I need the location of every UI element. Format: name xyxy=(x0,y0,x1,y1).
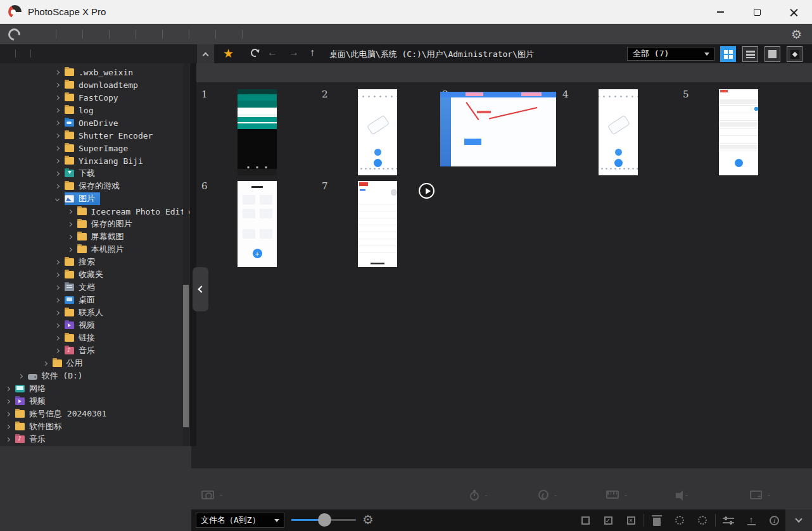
up-arrow-icon[interactable]: ↑ xyxy=(310,47,315,58)
expander-icon[interactable] xyxy=(55,297,60,302)
expander-icon[interactable] xyxy=(55,70,60,74)
minimize-button[interactable] xyxy=(702,0,739,24)
view-settings-gear-icon[interactable]: ⚙ xyxy=(362,513,374,526)
expander-icon[interactable] xyxy=(67,234,72,239)
expander-icon[interactable] xyxy=(55,184,60,188)
upload-button[interactable]: ↑ xyxy=(740,509,763,531)
sidebar-tab[interactable] xyxy=(30,44,46,63)
expander-icon[interactable] xyxy=(55,158,60,163)
sidebar-tree-item[interactable]: 保存的图片 xyxy=(0,218,190,230)
sidebar-tree-item[interactable]: 网络 xyxy=(0,382,190,395)
expander-icon[interactable] xyxy=(55,171,60,175)
sort-dropdown[interactable]: 文件名（A到Z） xyxy=(196,513,284,528)
sidebar-tree-item[interactable]: FastCopy xyxy=(0,91,190,104)
expander-icon[interactable] xyxy=(6,386,10,390)
sidebar-tab[interactable] xyxy=(15,44,30,63)
expander-icon[interactable] xyxy=(6,399,10,403)
select-none-button[interactable] xyxy=(574,509,597,531)
sidebar-tree-item[interactable]: .wxb_weixin xyxy=(0,66,190,78)
sidebar-tree-item[interactable]: 视频 xyxy=(0,395,190,408)
scrollbar-thumb[interactable] xyxy=(183,285,189,427)
sidebar-tree-item[interactable]: 链接 xyxy=(0,332,190,344)
expander-icon[interactable] xyxy=(55,335,60,340)
sidebar-tree-item[interactable]: downloadtemp xyxy=(0,78,190,91)
sidebar-tree-item[interactable]: 文档 xyxy=(0,281,190,294)
sidebar-tree-item[interactable]: 视频 xyxy=(0,319,190,332)
expander-icon[interactable] xyxy=(6,437,10,441)
sidebar-tree-item[interactable]: 屏幕截图 xyxy=(0,230,190,243)
menu-item[interactable] xyxy=(56,24,82,44)
sidebar-tree-item[interactable]: SuperImage xyxy=(0,142,190,154)
sidebar-tree-item[interactable]: log xyxy=(0,104,190,116)
expander-icon[interactable] xyxy=(6,411,10,416)
sidebar-tree-item[interactable]: 本机照片 xyxy=(0,243,190,256)
sidebar-tree-item[interactable]: 账号信息 20240301 xyxy=(0,408,190,420)
select-invert-button[interactable]: × xyxy=(619,509,642,531)
expander-icon[interactable] xyxy=(55,323,60,327)
expander-icon[interactable] xyxy=(55,272,60,277)
play-button[interactable] xyxy=(419,183,435,199)
list-view-button[interactable] xyxy=(742,46,758,62)
photo-thumbnail[interactable] xyxy=(238,89,277,175)
menubar-logo-icon[interactable] xyxy=(6,26,23,43)
expander-icon[interactable] xyxy=(55,120,60,125)
sidebar-tree-item[interactable]: 保存的游戏 xyxy=(0,180,190,192)
sidebar-tree-item[interactable]: 软件 (D:) xyxy=(0,370,190,382)
expander-icon[interactable] xyxy=(55,146,60,150)
expander-icon[interactable] xyxy=(67,222,72,226)
slider-handle[interactable] xyxy=(318,513,331,527)
menu-item[interactable] xyxy=(136,24,162,44)
expander-icon[interactable] xyxy=(55,285,60,289)
refresh-icon[interactable] xyxy=(250,47,261,59)
sidebar-tree-item[interactable]: 音乐 xyxy=(0,433,190,446)
sidebar-tree-item[interactable]: 下载 xyxy=(0,167,190,180)
sidebar-tree-item[interactable]: 联系人 xyxy=(0,306,190,319)
expander-icon[interactable] xyxy=(55,348,60,353)
sidebar-tree-item[interactable]: 搜索 xyxy=(0,256,190,268)
expander-icon[interactable] xyxy=(18,373,22,378)
single-view-button[interactable] xyxy=(764,46,780,62)
sidebar-splitter[interactable] xyxy=(190,63,196,446)
fullscreen-view-button[interactable] xyxy=(787,46,802,62)
photo-thumbnail[interactable] xyxy=(358,181,397,267)
expander-icon[interactable] xyxy=(55,259,60,264)
info-button[interactable]: i xyxy=(763,509,785,531)
expander-icon[interactable] xyxy=(42,361,47,365)
sidebar-tree-item[interactable]: 图片 xyxy=(0,192,190,205)
menu-item[interactable] xyxy=(29,24,56,44)
sidebar-tab[interactable] xyxy=(0,44,15,63)
settings-gear-icon[interactable]: ⚙ xyxy=(791,28,802,41)
expander-icon[interactable] xyxy=(55,82,60,87)
expander-icon[interactable] xyxy=(67,247,72,251)
expander-icon[interactable] xyxy=(55,310,60,315)
sidebar-tree-item[interactable]: 桌面 xyxy=(0,294,190,306)
sidebar-tree-item[interactable]: 软件图标 xyxy=(0,420,190,433)
menu-item[interactable] xyxy=(242,24,269,44)
sidebar-tree-item[interactable]: Icecream Photo Editor xyxy=(0,205,190,218)
sidebar-tree-item[interactable]: Shutter Encoder xyxy=(0,129,190,142)
close-button[interactable] xyxy=(775,0,812,24)
expander-icon[interactable] xyxy=(55,133,60,137)
rotate-ccw-button[interactable] xyxy=(668,509,691,531)
star-favorite-icon[interactable]: ★ xyxy=(223,46,234,61)
menu-item[interactable] xyxy=(109,24,136,44)
photo-thumbnail[interactable] xyxy=(440,92,556,166)
adjustments-button[interactable] xyxy=(717,509,740,531)
sidebar-tree-item[interactable]: OneDrive xyxy=(0,116,190,129)
sidebar-tree-item[interactable]: Yinxiang Biji xyxy=(0,154,190,167)
menu-item[interactable] xyxy=(215,24,242,44)
grid-view-button[interactable] xyxy=(720,46,736,62)
breadcrumb-path[interactable]: 桌面\此电脑\系统 (C:)\用户\Administrator\图片 xyxy=(329,49,534,60)
collapse-toolbar-button[interactable] xyxy=(197,44,214,63)
menu-item[interactable] xyxy=(82,24,109,44)
photo-thumbnail[interactable] xyxy=(238,181,277,267)
menu-item[interactable] xyxy=(189,24,215,44)
maximize-button[interactable] xyxy=(739,0,775,24)
menu-item[interactable] xyxy=(162,24,189,44)
expander-icon[interactable] xyxy=(67,209,72,213)
sidebar-tree-item[interactable]: 公用 xyxy=(0,357,190,370)
forward-arrow-icon[interactable]: → xyxy=(289,47,299,58)
expander-icon[interactable] xyxy=(55,196,60,201)
sidebar-tree-item[interactable]: 收藏夹 xyxy=(0,268,190,281)
filter-dropdown[interactable]: 全部 (7) xyxy=(627,47,714,61)
